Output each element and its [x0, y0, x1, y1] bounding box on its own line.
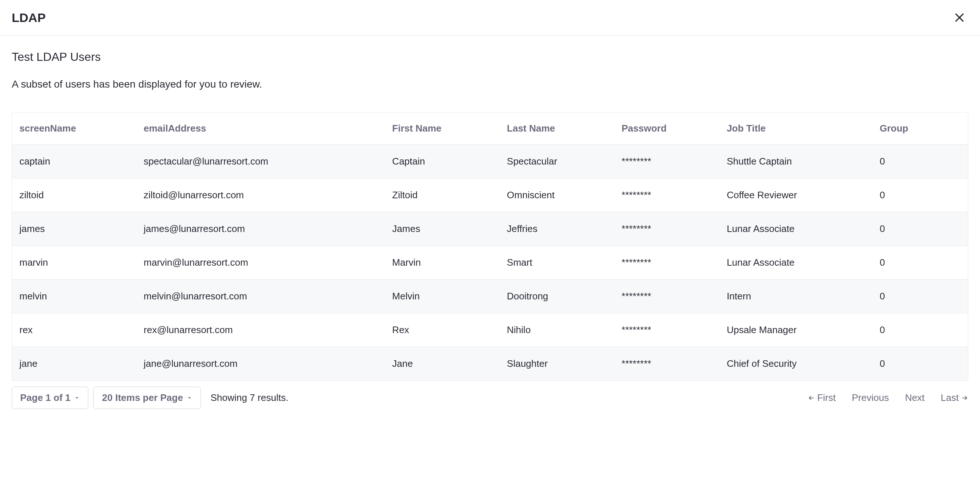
- cell-lastName: Slaughter: [500, 347, 614, 381]
- cell-password: ********: [614, 178, 719, 212]
- pagination-next[interactable]: Next: [905, 392, 924, 404]
- table-row[interactable]: marvinmarvin@lunarresort.comMarvinSmart*…: [12, 246, 968, 280]
- cell-group: 0: [872, 280, 968, 313]
- modal-header: LDAP: [0, 0, 980, 35]
- table-row[interactable]: melvinmelvin@lunarresort.comMelvinDooitr…: [12, 280, 968, 313]
- col-header-screenname[interactable]: screenName: [12, 113, 136, 145]
- close-button[interactable]: [951, 9, 968, 26]
- page-selector-dropdown[interactable]: Page 1 of 1: [12, 387, 88, 409]
- cell-group: 0: [872, 347, 968, 381]
- page-title: LDAP: [12, 11, 46, 25]
- close-icon: [954, 12, 965, 24]
- cell-firstName: Melvin: [385, 280, 500, 313]
- col-header-lastname[interactable]: Last Name: [500, 113, 614, 145]
- col-header-jobtitle[interactable]: Job Title: [719, 113, 872, 145]
- caret-down-icon: [74, 395, 80, 401]
- pagination-last[interactable]: Last: [941, 392, 968, 404]
- cell-lastName: Nihilo: [500, 313, 614, 347]
- cell-password: ********: [614, 280, 719, 313]
- cell-firstName: Ziltoid: [385, 178, 500, 212]
- arrow-right-icon: [961, 394, 968, 402]
- table-row[interactable]: jamesjames@lunarresort.comJamesJeffries*…: [12, 212, 968, 246]
- cell-emailAddress: jane@lunarresort.com: [136, 347, 385, 381]
- cell-lastName: Smart: [500, 246, 614, 280]
- cell-lastName: Jeffries: [500, 212, 614, 246]
- cell-jobTitle: Lunar Associate: [719, 212, 872, 246]
- cell-emailAddress: melvin@lunarresort.com: [136, 280, 385, 313]
- cell-jobTitle: Chief of Security: [719, 347, 872, 381]
- pagination-right: First Previous Next Last: [808, 392, 968, 404]
- cell-emailAddress: james@lunarresort.com: [136, 212, 385, 246]
- cell-group: 0: [872, 212, 968, 246]
- cell-screenName: melvin: [12, 280, 136, 313]
- caret-down-icon: [186, 395, 192, 401]
- col-header-group[interactable]: Group: [872, 113, 968, 145]
- cell-password: ********: [614, 246, 719, 280]
- cell-jobTitle: Shuttle Captain: [719, 145, 872, 178]
- cell-jobTitle: Lunar Associate: [719, 246, 872, 280]
- cell-firstName: Rex: [385, 313, 500, 347]
- cell-emailAddress: ziltoid@lunarresort.com: [136, 178, 385, 212]
- pagination-first[interactable]: First: [808, 392, 836, 404]
- cell-password: ********: [614, 212, 719, 246]
- arrow-left-icon: [808, 394, 815, 402]
- content-subtitle: Test LDAP Users: [12, 50, 968, 64]
- table-row[interactable]: janejane@lunarresort.comJaneSlaughter***…: [12, 347, 968, 381]
- content-description: A subset of users has been displayed for…: [12, 78, 968, 90]
- pagination-bar: Page 1 of 1 20 Items per Page Showing 7 …: [0, 381, 980, 409]
- cell-lastName: Omniscient: [500, 178, 614, 212]
- items-per-page-label: 20 Items per Page: [102, 392, 183, 404]
- pagination-first-label: First: [817, 392, 836, 404]
- cell-jobTitle: Intern: [719, 280, 872, 313]
- cell-screenName: james: [12, 212, 136, 246]
- table-row[interactable]: captainspectacular@lunarresort.comCaptai…: [12, 145, 968, 178]
- cell-emailAddress: rex@lunarresort.com: [136, 313, 385, 347]
- table-row[interactable]: rexrex@lunarresort.comRexNihilo********U…: [12, 313, 968, 347]
- cell-screenName: marvin: [12, 246, 136, 280]
- pagination-previous-label: Previous: [852, 392, 889, 404]
- cell-password: ********: [614, 313, 719, 347]
- cell-emailAddress: marvin@lunarresort.com: [136, 246, 385, 280]
- cell-group: 0: [872, 246, 968, 280]
- results-count: Showing 7 results.: [210, 392, 288, 404]
- pagination-previous[interactable]: Previous: [852, 392, 889, 404]
- cell-screenName: rex: [12, 313, 136, 347]
- page-selector-label: Page 1 of 1: [20, 392, 70, 404]
- cell-lastName: Spectacular: [500, 145, 614, 178]
- cell-screenName: ziltoid: [12, 178, 136, 212]
- cell-password: ********: [614, 347, 719, 381]
- table-header-row: screenName emailAddress First Name Last …: [12, 113, 968, 145]
- modal-content: Test LDAP Users A subset of users has be…: [0, 35, 980, 381]
- items-per-page-dropdown[interactable]: 20 Items per Page: [94, 387, 201, 409]
- pagination-next-label: Next: [905, 392, 924, 404]
- pagination-left: Page 1 of 1 20 Items per Page Showing 7 …: [12, 387, 288, 409]
- cell-firstName: James: [385, 212, 500, 246]
- cell-firstName: Marvin: [385, 246, 500, 280]
- col-header-firstname[interactable]: First Name: [385, 113, 500, 145]
- table-row[interactable]: ziltoidziltoid@lunarresort.comZiltoidOmn…: [12, 178, 968, 212]
- col-header-email[interactable]: emailAddress: [136, 113, 385, 145]
- cell-emailAddress: spectacular@lunarresort.com: [136, 145, 385, 178]
- users-table-wrapper: screenName emailAddress First Name Last …: [12, 112, 968, 381]
- pagination-last-label: Last: [941, 392, 959, 404]
- cell-group: 0: [872, 145, 968, 178]
- cell-firstName: Captain: [385, 145, 500, 178]
- cell-group: 0: [872, 178, 968, 212]
- cell-screenName: jane: [12, 347, 136, 381]
- cell-jobTitle: Coffee Reviewer: [719, 178, 872, 212]
- cell-jobTitle: Upsale Manager: [719, 313, 872, 347]
- cell-screenName: captain: [12, 145, 136, 178]
- cell-lastName: Dooitrong: [500, 280, 614, 313]
- cell-password: ********: [614, 145, 719, 178]
- col-header-password[interactable]: Password: [614, 113, 719, 145]
- cell-group: 0: [872, 313, 968, 347]
- cell-firstName: Jane: [385, 347, 500, 381]
- users-table: screenName emailAddress First Name Last …: [12, 113, 968, 380]
